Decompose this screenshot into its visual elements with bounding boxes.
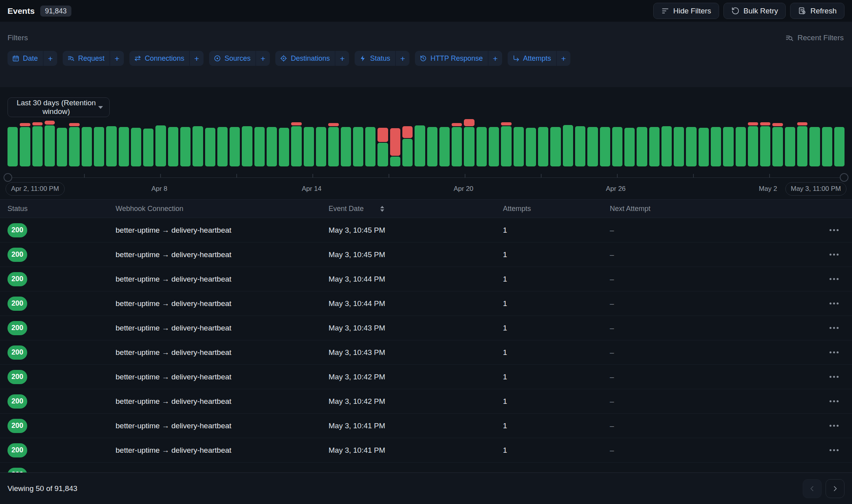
chart-bar[interactable] [390, 128, 400, 166]
filter-chip-date-button[interactable]: Date [7, 51, 43, 66]
chart-bar[interactable] [550, 127, 561, 166]
chart-bar[interactable] [119, 127, 129, 166]
chart-bar[interactable] [736, 127, 746, 166]
chart-bar[interactable] [106, 126, 116, 166]
table-row[interactable]: 200better-uptime → delivery-heartbeatMay… [0, 340, 852, 365]
chart-bar[interactable] [143, 129, 153, 166]
chart-bar[interactable] [661, 126, 672, 166]
filter-chip-request-button[interactable]: Request [63, 51, 110, 66]
chart-bar[interactable] [217, 127, 228, 166]
chart-bar[interactable] [501, 122, 511, 166]
filter-chip-http-response-add-button[interactable]: + [488, 51, 502, 66]
chart-bar[interactable] [514, 127, 524, 166]
chart-bar[interactable] [304, 127, 314, 166]
row-menu-button[interactable] [828, 373, 840, 381]
chart-bar[interactable] [587, 127, 598, 166]
row-menu-button[interactable] [828, 422, 840, 430]
chart-bar[interactable] [637, 127, 647, 166]
chart-bar[interactable] [155, 125, 166, 166]
chart-bar[interactable] [452, 123, 462, 166]
chart-bar[interactable] [377, 128, 388, 166]
filter-chip-sources-add-button[interactable]: + [256, 51, 270, 66]
chart-bar[interactable] [624, 128, 635, 166]
chart-bar[interactable] [822, 127, 832, 166]
row-menu-button[interactable] [828, 275, 840, 283]
row-menu-button[interactable] [828, 397, 840, 405]
slider-handle-right[interactable] [840, 173, 848, 182]
chart-bar[interactable] [57, 128, 67, 166]
filter-chip-date-add-button[interactable]: + [43, 51, 57, 66]
filter-chip-destinations-button[interactable]: Destinations [275, 51, 335, 66]
filter-chip-attempts-add-button[interactable]: + [556, 51, 570, 66]
filter-chip-attempts-button[interactable]: Attempts [508, 51, 556, 66]
chart-bar[interactable] [809, 127, 820, 166]
chart-bar[interactable] [699, 128, 709, 166]
chart-bar[interactable] [402, 126, 413, 166]
chart-bar[interactable] [32, 122, 43, 166]
chart-bar[interactable] [538, 127, 548, 166]
chart-bar[interactable] [785, 127, 795, 166]
next-page-button[interactable] [826, 479, 845, 498]
table-row[interactable]: 200better-uptime → delivery-heartbeatMay… [0, 365, 852, 389]
chart-bar[interactable] [365, 127, 376, 166]
table-row[interactable]: 200 [0, 463, 852, 472]
chart-bar[interactable] [192, 126, 203, 166]
chart-bar[interactable] [563, 125, 573, 166]
chart-bar[interactable] [328, 123, 338, 166]
filter-chip-sources-button[interactable]: Sources [209, 51, 256, 66]
table-row[interactable]: 200better-uptime → delivery-heartbeatMay… [0, 438, 852, 463]
chart-bar[interactable] [168, 127, 178, 166]
filter-chip-destinations-add-button[interactable]: + [335, 51, 349, 66]
chart-bar[interactable] [674, 127, 684, 166]
row-menu-button[interactable] [828, 299, 840, 308]
chart-bar[interactable] [69, 123, 79, 166]
chart-bar[interactable] [476, 127, 487, 166]
chart-bar[interactable] [760, 122, 770, 166]
chart-bar[interactable] [254, 127, 265, 166]
chart-bar[interactable] [464, 119, 474, 166]
chart-bar[interactable] [427, 127, 437, 166]
chart-bar[interactable] [7, 127, 18, 166]
filter-chip-status-button[interactable]: Status [355, 51, 395, 66]
chart-bar[interactable] [600, 127, 610, 166]
prev-page-button[interactable] [803, 479, 822, 498]
chart-bar[interactable] [797, 122, 807, 166]
filter-chip-http-response-button[interactable]: HTTP Response [415, 51, 488, 66]
chart-bar[interactable] [748, 122, 758, 166]
filter-chip-connections-button[interactable]: Connections [129, 51, 189, 66]
row-menu-button[interactable] [828, 324, 840, 332]
chart-bar[interactable] [94, 127, 104, 166]
column-header-event-date[interactable]: Event Date [323, 205, 498, 213]
row-menu-button[interactable] [828, 348, 840, 357]
chart-bar[interactable] [575, 126, 585, 166]
filter-chip-connections-add-button[interactable]: + [189, 51, 204, 66]
chart-bar[interactable] [439, 127, 450, 166]
table-row[interactable]: 200better-uptime → delivery-heartbeatMay… [0, 389, 852, 414]
row-menu-button[interactable] [828, 446, 840, 454]
chart-bar[interactable] [242, 126, 252, 166]
chart-bar[interactable] [45, 121, 55, 166]
chart-bar[interactable] [834, 127, 845, 166]
recent-filters-button[interactable]: Recent Filters [785, 34, 844, 42]
hide-filters-button[interactable]: Hide Filters [653, 3, 719, 19]
chart-bar[interactable] [205, 128, 215, 166]
filter-chip-status-add-button[interactable]: + [395, 51, 409, 66]
bulk-retry-button[interactable]: Bulk Retry [723, 3, 786, 19]
chart-bar[interactable] [489, 127, 499, 166]
chart-bar[interactable] [649, 127, 660, 166]
table-row[interactable]: 200better-uptime → delivery-heartbeatMay… [0, 291, 852, 316]
table-row[interactable]: 200better-uptime → delivery-heartbeatMay… [0, 267, 852, 291]
chart-bar[interactable] [711, 127, 721, 166]
row-menu-button[interactable] [828, 226, 840, 234]
chart-bar[interactable] [723, 127, 733, 166]
chart-bar[interactable] [180, 127, 191, 166]
sort-icon[interactable] [380, 206, 384, 212]
filter-chip-request-add-button[interactable]: + [110, 51, 124, 66]
refresh-button[interactable]: Refresh [790, 3, 845, 19]
slider-handle-left[interactable] [4, 173, 12, 182]
chart-bar[interactable] [82, 127, 92, 166]
chart-bar[interactable] [353, 127, 363, 166]
table-row[interactable]: 200better-uptime → delivery-heartbeatMay… [0, 218, 852, 243]
chart-bar[interactable] [131, 128, 141, 166]
chart-bar[interactable] [612, 127, 622, 166]
